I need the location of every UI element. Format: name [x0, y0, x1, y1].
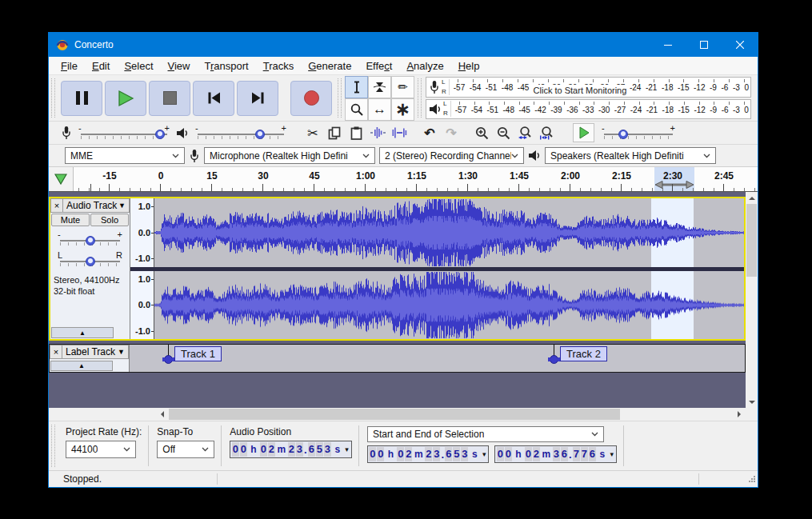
- copy-button[interactable]: [324, 123, 345, 142]
- close-button[interactable]: [722, 33, 758, 57]
- skip-to-start-button[interactable]: [193, 81, 234, 116]
- menu-edit[interactable]: Edit: [85, 58, 117, 74]
- cut-button[interactable]: ✂: [302, 123, 323, 142]
- timeshift-tool-button[interactable]: ↔: [368, 98, 391, 121]
- vertical-scale[interactable]: 1.0 0.0 -1.0: [130, 198, 154, 267]
- audio-host-select[interactable]: MME: [65, 147, 185, 164]
- label-text[interactable]: Track 2: [560, 346, 607, 361]
- vertical-scale[interactable]: 1.0 0.0 -1.0: [130, 271, 154, 340]
- menu-generate[interactable]: Generate: [301, 58, 358, 74]
- scroll-right-button[interactable]: [733, 408, 746, 421]
- skip-to-end-button[interactable]: [237, 81, 278, 116]
- track-name-menu[interactable]: Label Track ▼: [62, 345, 129, 359]
- recording-channels-select[interactable]: 2 (Stereo) Recording Channels: [379, 147, 524, 164]
- spinner-icon[interactable]: ▾: [343, 445, 350, 453]
- label-handle-icon[interactable]: [550, 355, 558, 364]
- resize-grip[interactable]: [748, 474, 756, 485]
- label-track-content[interactable]: Track 1Track 2: [130, 345, 745, 372]
- playback-volume-slider[interactable]: - +: [194, 124, 288, 142]
- silence-audio-button[interactable]: [389, 123, 410, 142]
- menu-transport[interactable]: Transport: [197, 58, 255, 74]
- toolbar-grip[interactable]: [51, 78, 55, 118]
- maximize-button[interactable]: [686, 33, 722, 57]
- gain-slider[interactable]: - +: [56, 230, 124, 248]
- pan-slider[interactable]: L R: [56, 251, 124, 269]
- menu-select[interactable]: Select: [117, 58, 160, 74]
- playback-device-select[interactable]: Speakers (Realtek High Definiti: [545, 147, 716, 164]
- fit-project-button[interactable]: [536, 123, 557, 142]
- minimize-button[interactable]: [650, 33, 686, 57]
- waveform-left[interactable]: [154, 198, 744, 267]
- vertical-scroll-track[interactable]: [746, 204, 758, 396]
- monitoring-overlay[interactable]: Click to Start Monitoring: [530, 85, 630, 96]
- selection-start-field[interactable]: 00h02m23.653s ▾: [367, 445, 490, 463]
- draw-tool-button[interactable]: ✏: [391, 76, 414, 98]
- horizontal-scrollbar[interactable]: [49, 408, 746, 421]
- waveform-right[interactable]: [154, 271, 744, 340]
- recording-volume-slider[interactable]: - +: [77, 124, 171, 142]
- vertical-scrollbar[interactable]: [746, 192, 758, 421]
- label-track[interactable]: × Label Track ▼ ▲ Track 1Track 2: [49, 344, 746, 373]
- zoom-tool-button[interactable]: [345, 98, 368, 121]
- audio-track[interactable]: × Audio Track ▼ Mute Solo -: [49, 197, 746, 341]
- collapse-track-button[interactable]: ▲: [50, 361, 113, 371]
- selection-tool-button[interactable]: [345, 76, 368, 98]
- vertical-scroll-thumb[interactable]: [746, 204, 757, 277]
- menu-file[interactable]: File: [54, 58, 85, 74]
- track-name-menu[interactable]: Audio Track ▼: [63, 198, 130, 213]
- toolbar-grip[interactable]: [418, 78, 422, 118]
- title-bar[interactable]: Concerto: [49, 33, 758, 57]
- redo-button[interactable]: ↷: [441, 123, 462, 142]
- recording-meter[interactable]: L R -57-54-51-48-45-42-39-36-33-30-27-24…: [426, 77, 751, 98]
- playback-meter[interactable]: L R -57-54-51-48-45-42-39-36-33-30-27-24…: [426, 99, 751, 120]
- paste-button[interactable]: [346, 123, 366, 142]
- record-button[interactable]: [290, 81, 332, 116]
- spinner-icon[interactable]: ▾: [481, 450, 488, 458]
- solo-button[interactable]: Solo: [90, 214, 129, 226]
- snap-to-select[interactable]: Off: [157, 441, 214, 458]
- gain-thumb[interactable]: [86, 236, 95, 246]
- menu-analyze[interactable]: Analyze: [399, 58, 450, 74]
- playback-volume-thumb[interactable]: [255, 130, 265, 139]
- menu-tracks[interactable]: Tracks: [256, 58, 302, 74]
- selection-end-field[interactable]: 00h02m36.776s ▾: [494, 445, 617, 463]
- menu-view[interactable]: View: [161, 58, 198, 74]
- scroll-left-button[interactable]: [156, 408, 169, 421]
- audio-position-field[interactable]: 00h02m23.653s ▾: [230, 441, 352, 458]
- scroll-down-button[interactable]: [746, 396, 758, 408]
- horizontal-scroll-thumb[interactable]: [169, 409, 620, 420]
- waveform-area-right[interactable]: [154, 271, 744, 340]
- mute-button[interactable]: Mute: [51, 214, 90, 226]
- selection-mode-select[interactable]: Start and End of Selection: [367, 426, 604, 442]
- menu-effect[interactable]: Effect: [358, 58, 399, 74]
- fit-selection-button[interactable]: [514, 123, 535, 142]
- horizontal-scroll-track[interactable]: [169, 408, 733, 421]
- waveform-area-left[interactable]: [154, 198, 744, 267]
- menu-help[interactable]: Help: [451, 58, 487, 74]
- play-button[interactable]: [105, 81, 146, 116]
- label-handle-icon[interactable]: [164, 355, 173, 364]
- close-track-button[interactable]: ×: [50, 345, 62, 359]
- play-speed-thumb[interactable]: [618, 130, 628, 139]
- scroll-up-button[interactable]: [746, 192, 758, 204]
- play-at-speed-button[interactable]: [573, 123, 594, 142]
- stop-button[interactable]: [149, 81, 190, 116]
- undo-button[interactable]: ↶: [419, 123, 440, 142]
- timeline-ruler[interactable]: -1501530451:001:151:301:452:002:152:302:…: [74, 167, 758, 191]
- close-track-button[interactable]: ×: [50, 198, 63, 213]
- trim-audio-button[interactable]: [367, 123, 388, 142]
- recording-volume-thumb[interactable]: [155, 130, 165, 139]
- collapse-track-button[interactable]: ▲: [51, 327, 114, 338]
- timeline-pin-button[interactable]: [49, 167, 74, 191]
- toolbar-grip[interactable]: [51, 425, 55, 467]
- multi-tool-button[interactable]: ∗: [391, 98, 414, 121]
- pause-button[interactable]: [61, 81, 102, 116]
- label-text[interactable]: Track 1: [174, 346, 222, 361]
- project-rate-select[interactable]: 44100: [66, 441, 136, 458]
- zoom-out-button[interactable]: [493, 123, 514, 142]
- play-speed-slider[interactable]: - +: [600, 124, 677, 142]
- envelope-tool-button[interactable]: [368, 76, 391, 98]
- spinner-icon[interactable]: ▾: [608, 450, 615, 458]
- pan-thumb[interactable]: [86, 257, 95, 266]
- toolbar-grip[interactable]: [338, 78, 342, 118]
